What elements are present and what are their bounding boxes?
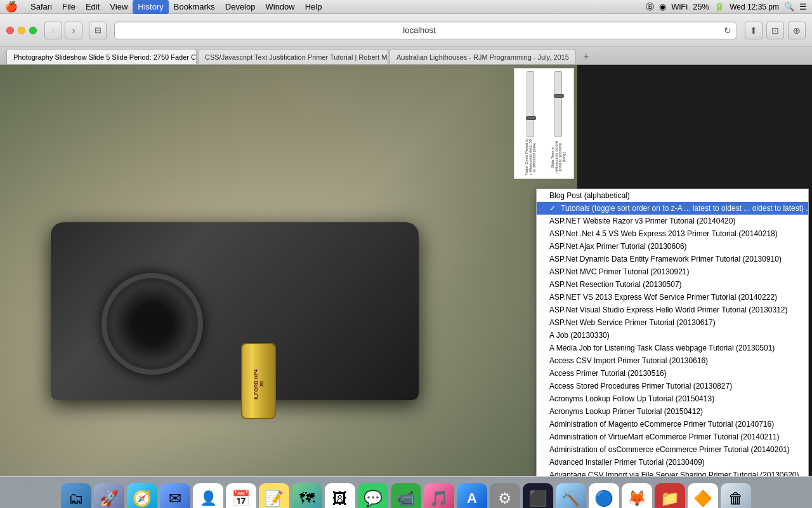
dropdown-menu: Blog Post (alphabetical) ✓ Tutorials (to… (536, 189, 809, 476)
fader-slider-track[interactable] (527, 71, 534, 137)
dock-safari[interactable]: 🧭 (127, 483, 157, 509)
dropdown-item-16[interactable]: Administration of Magento eCommerce Prim… (537, 418, 808, 431)
slide-slider-label: Slide Time in milliseconds (short) 1000 … (551, 138, 566, 176)
dock-firefox[interactable]: 🦊 (622, 483, 652, 509)
camera-lens (102, 273, 203, 375)
tab-2[interactable]: Australian Lighthouses - RJM Programming… (390, 49, 576, 64)
slide-slider-track[interactable] (554, 71, 562, 137)
menubar-window[interactable]: Window (260, 0, 299, 14)
dropdown-item-blog-label: Blog Post (alphabetical) (549, 191, 630, 200)
menubar-develop[interactable]: Develop (220, 0, 261, 14)
dock-launchpad[interactable]: 🚀 (94, 483, 124, 509)
dropdown-item-4[interactable]: ASP.Net MVC Primer Tutorial (20130921) (537, 265, 808, 278)
control-widget: Fader Cycle Period in milliseconds (lets… (514, 68, 574, 179)
spotlight-icon[interactable]: 🔍 (784, 2, 794, 11)
wifi-icon: WiFi (671, 2, 688, 11)
menubar-bookmarks[interactable]: Bookmarks (169, 0, 220, 14)
dock-filezilla[interactable]: 📁 (655, 483, 685, 509)
url-bar-container[interactable]: ↻ (114, 22, 737, 39)
dock-finder[interactable]: 🗂 (61, 483, 91, 509)
dock-contacts[interactable]: 👤 (193, 483, 223, 509)
menubar-help[interactable]: Help (300, 0, 327, 14)
tab-2-label: Australian Lighthouses - RJM Programming… (396, 53, 569, 61)
dock-facetime[interactable]: 📹 (391, 483, 421, 509)
slide-slider-thumb[interactable] (554, 94, 564, 98)
menubar-edit[interactable]: Edit (81, 0, 105, 14)
dock: 🗂 🚀 🧭 ✉ 👤 📅 📝 🗺 🖼 💬 📹 🎵 A ⚙ ⬛ 🔨 🔵 🦊 📁 🔶 … (0, 476, 812, 508)
maximize-button[interactable] (29, 27, 37, 34)
download-button[interactable]: ⊕ (788, 22, 806, 39)
tab-0[interactable]: Photography Slideshow Slide 5 Slide Peri… (6, 49, 197, 64)
checkmark-icon: ✓ (549, 204, 556, 213)
dock-xcode[interactable]: 🔨 (556, 483, 586, 509)
film-canister: ILFORD HP420 (241, 343, 276, 419)
dropdown-item-18[interactable]: Administration of osCommerce eCommerce P… (537, 443, 808, 456)
dropdown-item-tutorials[interactable]: ✓ Tutorials (toggle sort order on to z-A… (537, 202, 808, 215)
back-button[interactable]: ‹ (44, 22, 62, 39)
dock-trash[interactable]: 🗑 (721, 483, 751, 509)
dropdown-item-3[interactable]: ASP.Net Dynamic Data Entity Framework Pr… (537, 253, 808, 265)
dropdown-item-0[interactable]: ASP.NET Website Razor v3 Primer Tutorial… (537, 215, 808, 227)
share-button[interactable]: ⬆ (745, 22, 763, 39)
dropdown-item-8[interactable]: ASP.Net Web Service Primer Tutorial (201… (537, 316, 808, 329)
browser-titlebar: ‹ › ⊟ ↻ ⬆ ⊡ ⊕ (0, 14, 812, 47)
dock-appstore[interactable]: A (457, 483, 487, 509)
vpn-icon: ◉ (659, 2, 666, 11)
forward-button[interactable]: › (65, 22, 82, 39)
dock-messages[interactable]: 💬 (358, 483, 388, 509)
tabs-button[interactable]: ⊡ (766, 22, 784, 39)
clock: Wed 12:35 pm (730, 3, 779, 11)
new-tab-button[interactable]: + (580, 50, 593, 63)
content-area: ILFORD HP420 Fader Cycle Period in milli… (0, 65, 812, 476)
menubar-history[interactable]: History (133, 0, 168, 14)
tab-1[interactable]: CSS/Javascript Text Justification Primer… (198, 49, 388, 64)
dock-sysprefs[interactable]: ⚙ (490, 483, 520, 509)
dropdown-item-19[interactable]: Advanced Installer Primer Tutorial (2013… (537, 456, 808, 469)
dropdown-item-1[interactable]: ASP.Net .Net 4.5 VS Web Express 2013 Pri… (537, 227, 808, 240)
dropdown-item-2[interactable]: ASP.Net Ajax Primer Tutorial (20130606) (537, 240, 808, 253)
dock-chrome[interactable]: 🔵 (589, 483, 619, 509)
close-button[interactable] (6, 27, 14, 34)
notification-icon[interactable]: ☰ (799, 2, 807, 11)
menubar-view[interactable]: View (105, 0, 133, 14)
dock-mail[interactable]: ✉ (160, 483, 190, 509)
dropdown-item-7[interactable]: ASP.Net Visual Studio Express Hello Worl… (537, 304, 808, 316)
dropdown-item-11[interactable]: Access CSV Import Primer Tutorial (20130… (537, 354, 808, 367)
dock-itunes[interactable]: 🎵 (424, 483, 454, 509)
menubar: 🍎 Safari File Edit View History Bookmark… (0, 0, 812, 14)
dropdown-item-20[interactable]: Advantage CSV Import via File Server Sha… (537, 469, 808, 476)
dropdown-item-5[interactable]: ASP.Net Resection Tutorial (20130507) (537, 278, 808, 291)
dropdown-item-14[interactable]: Acronyms Lookup Follow Up Tutorial (2015… (537, 392, 808, 405)
dropdown-item-12[interactable]: Access Primer Tutorial (20130516) (537, 367, 808, 380)
dropdown-item-tutorials-label: Tutorials (toggle sort order on to z-A .… (561, 204, 808, 213)
url-input[interactable] (120, 25, 719, 35)
fader-slider-thumb[interactable] (526, 116, 536, 120)
dropdown-item-9[interactable]: A Job (20130330) (537, 329, 808, 342)
dropdown-item-13[interactable]: Access Stored Procedures Primer Tutorial… (537, 380, 808, 392)
reload-button[interactable]: ↻ (724, 25, 731, 36)
apple-menu[interactable]: 🍎 (5, 1, 18, 13)
dropdown-item-15[interactable]: Acronyms Lookup Primer Tutorial (2015041… (537, 405, 808, 418)
dropdown-item-blog[interactable]: Blog Post (alphabetical) (537, 189, 808, 202)
fader-slider-col: Fader Cycle Period in milliseconds (lets… (517, 71, 543, 176)
minimize-button[interactable] (18, 27, 25, 34)
menubar-safari[interactable]: Safari (25, 0, 57, 14)
dock-maps[interactable]: 🗺 (292, 483, 322, 509)
dropdown-item-17[interactable]: Administration of VirtueMart eCommerce P… (537, 431, 808, 443)
film-label: ILFORD HP420 (246, 347, 272, 421)
dock-terminal[interactable]: ⬛ (523, 483, 553, 509)
traffic-lights (6, 27, 37, 34)
battery-percent: 25% (693, 2, 709, 11)
dock-vlc[interactable]: 🔶 (688, 483, 718, 509)
dropdown-item-6[interactable]: ASP.NET VS 2013 Express Wcf Service Prim… (537, 291, 808, 304)
browser-actions: ⬆ ⊡ ⊕ (745, 22, 806, 39)
dock-calendar[interactable]: 📅 (226, 483, 256, 509)
dropdown-item-10[interactable]: A Media Job for Listening Task Class web… (537, 342, 808, 354)
dock-photos[interactable]: 🖼 (325, 483, 355, 509)
fader-slider-label: Fader Cycle Period in milliseconds (lets… (525, 138, 536, 176)
dock-notes[interactable]: 📝 (259, 483, 289, 509)
sidebar-toggle[interactable]: ⊟ (89, 22, 107, 39)
battery-icon: 🔋 (714, 2, 724, 11)
tab-0-label: Photography Slideshow Slide 5 Slide Peri… (13, 53, 197, 61)
menubar-file[interactable]: File (57, 0, 81, 14)
